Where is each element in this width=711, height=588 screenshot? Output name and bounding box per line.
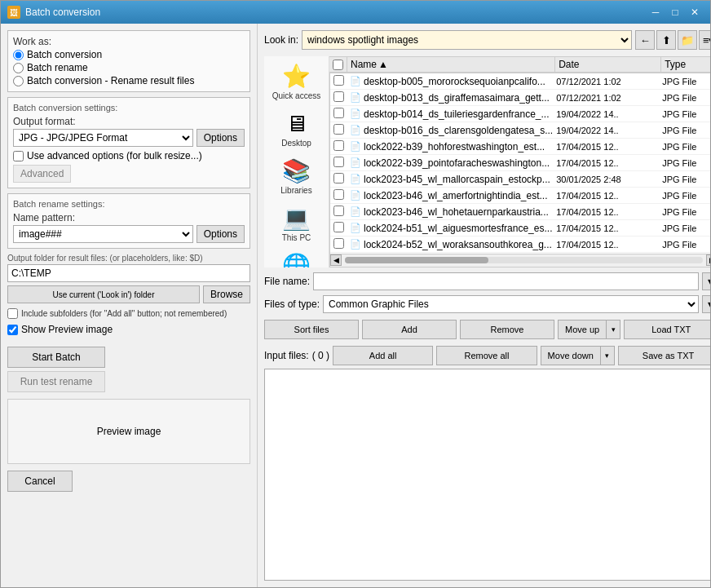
file-checkbox[interactable]: [333, 124, 344, 135]
work-as-label: Work as:: [13, 36, 245, 47]
move-up-arrow-button[interactable]: ▾: [606, 320, 620, 339]
toolbar-icons: ← ⬆ 📁 ≡▾: [635, 30, 710, 50]
select-all-checkbox[interactable]: [333, 60, 343, 70]
file-type: JPG File: [660, 126, 710, 135]
file-checkbox[interactable]: [333, 238, 344, 249]
file-date: 17/04/2015 12..: [554, 191, 660, 201]
table-row[interactable]: 📄 desktop-b016_ds_clarensgoldengatesa_s.…: [330, 122, 710, 139]
title-bar: 🖼 Batch conversion ─ □ ✕: [1, 1, 710, 24]
scroll-right-arrow[interactable]: ▶: [706, 254, 710, 266]
nav-this-pc[interactable]: 💻 This PC: [268, 201, 325, 245]
include-subfolders-label: Include subfolders (for "Add all" button…: [21, 309, 227, 318]
radio-batch-rename-label: Batch rename: [27, 62, 88, 73]
start-batch-button[interactable]: Start Batch: [7, 347, 105, 368]
nav-libraries[interactable]: 📚 Libraries: [268, 154, 325, 198]
nav-desktop[interactable]: 🖥 Desktop: [268, 107, 325, 151]
file-checkbox[interactable]: [333, 222, 344, 232]
file-checkbox[interactable]: [333, 75, 344, 86]
action-buttons-row-2: Input files: ( 0 ) Add all Remove all Mo…: [264, 346, 710, 365]
file-checkbox[interactable]: [333, 108, 344, 118]
include-subfolders-checkbox[interactable]: [7, 308, 18, 319]
advanced-button[interactable]: Advanced: [13, 165, 71, 183]
file-name: lock2023-b45_wl_mallorcaspain_estockp...: [364, 174, 550, 185]
show-preview-checkbox[interactable]: [7, 325, 18, 335]
radio-batch-rename[interactable]: Batch rename: [13, 62, 245, 73]
nav-quick-access[interactable]: ⭐ Quick access: [268, 60, 325, 104]
look-in-select[interactable]: windows spotlight images: [302, 30, 632, 50]
use-current-folder-button[interactable]: Use current ('Look in') folder: [7, 285, 200, 303]
add-button[interactable]: Add: [362, 320, 457, 339]
radio-batch-conversion-rename-input[interactable]: [13, 76, 24, 86]
table-row[interactable]: 📄 lock2024-b51_wl_aiguesmortesfrance_es.…: [330, 220, 710, 237]
name-pattern-select[interactable]: image###: [13, 225, 193, 243]
scrollbar-thumb[interactable]: [345, 257, 488, 263]
add-all-button[interactable]: Add all: [333, 346, 433, 365]
input-files-count: ( 0 ): [312, 350, 329, 361]
table-row[interactable]: 📄 desktop-b013_ds_giraffemasaimara_gett.…: [330, 90, 710, 106]
show-preview-row: Show Preview image: [7, 324, 250, 335]
input-files-label: Input files:: [264, 350, 309, 361]
run-test-rename-button[interactable]: Run test rename: [7, 371, 105, 392]
table-row[interactable]: 📄 lock2023-b46_wl_amerfortnightindia_est…: [330, 188, 710, 204]
look-in-row: Look in: windows spotlight images ← ⬆ 📁 …: [264, 30, 710, 50]
remove-all-button[interactable]: Remove all: [436, 346, 537, 365]
table-row[interactable]: 📄 desktop-b005_mororocksequoianpcalifo..…: [330, 73, 710, 90]
header-type-col[interactable]: Type: [661, 57, 710, 72]
radio-group: Batch conversion Batch rename Batch conv…: [13, 49, 245, 86]
scrollbar-track[interactable]: [345, 257, 703, 263]
files-of-type-select[interactable]: Common Graphic Files: [323, 295, 699, 313]
horizontal-scrollbar[interactable]: ◀ ▶: [329, 254, 710, 267]
cancel-button[interactable]: Cancel: [7, 471, 73, 492]
files-type-dropdown-button[interactable]: ▾: [702, 295, 710, 313]
use-advanced-checkbox[interactable]: [13, 151, 24, 161]
file-checkbox[interactable]: [333, 206, 344, 216]
include-subfolders-row: Include subfolders (for "Add all" button…: [7, 308, 250, 319]
file-name-dropdown-button[interactable]: ▾: [702, 272, 710, 290]
create-folder-button[interactable]: 📁: [678, 30, 697, 50]
go-up-button[interactable]: ⬆: [656, 30, 676, 50]
work-as-section: Work as: Batch conversion Batch rename B…: [7, 30, 250, 92]
file-checkbox[interactable]: [333, 173, 344, 183]
save-as-txt-button[interactable]: Save as TXT: [618, 346, 710, 365]
move-down-button[interactable]: Move down: [541, 346, 600, 365]
minimize-button[interactable]: ─: [647, 5, 665, 20]
move-up-button[interactable]: Move up: [558, 320, 606, 339]
options-button[interactable]: Options: [197, 129, 245, 147]
table-row[interactable]: 📄 lock2023-b46_wl_hohetauernparkaustria.…: [330, 204, 710, 220]
file-checkbox[interactable]: [333, 140, 344, 151]
title-bar-left: 🖼 Batch conversion: [7, 6, 100, 19]
file-name-input[interactable]: [313, 272, 699, 290]
output-format-select[interactable]: JPG - JPG/JPEG Format: [13, 129, 193, 147]
radio-batch-conversion[interactable]: Batch conversion: [13, 49, 245, 60]
header-name-col[interactable]: Name ▲: [347, 57, 555, 72]
radio-batch-rename-input[interactable]: [13, 63, 24, 73]
output-folder-input[interactable]: [11, 267, 246, 279]
go-back-button[interactable]: ←: [635, 30, 655, 50]
table-row[interactable]: 📄 lock2022-b39_pointofaracheswashington.…: [330, 155, 710, 171]
libraries-icon: 📚: [282, 157, 311, 184]
close-button[interactable]: ✕: [686, 5, 704, 20]
nav-network[interactable]: 🌐 Network: [268, 249, 325, 267]
maximize-button[interactable]: □: [666, 5, 684, 20]
file-date: 07/12/2021 1:02: [554, 93, 660, 103]
options2-button[interactable]: Options: [197, 225, 245, 243]
browse-button[interactable]: Browse: [203, 285, 250, 303]
table-row[interactable]: 📄 lock2024-b52_wl_woraksansouthkorea_g..…: [330, 237, 710, 253]
remove-button[interactable]: Remove: [460, 320, 554, 339]
table-row[interactable]: 📄 desktop-b014_ds_tuileriesgardenfrance_…: [330, 106, 710, 122]
scroll-left-arrow[interactable]: ◀: [330, 254, 342, 266]
header-date-col[interactable]: Date: [555, 57, 661, 72]
file-checkbox[interactable]: [333, 189, 344, 200]
move-down-arrow-button[interactable]: ▾: [600, 346, 615, 365]
radio-batch-conversion-input[interactable]: [13, 50, 24, 60]
radio-batch-conversion-rename[interactable]: Batch conversion - Rename result files: [13, 75, 245, 86]
load-txt-button[interactable]: Load TXT: [624, 320, 710, 339]
file-icon: 📄: [350, 141, 361, 152]
view-options-button[interactable]: ≡▾: [699, 30, 710, 50]
table-row[interactable]: 📄 lock2023-b45_wl_mallorcaspain_estockp.…: [330, 171, 710, 188]
table-row[interactable]: 📄 lock2022-b39_hohforestwashington_est..…: [330, 139, 710, 155]
file-checkbox[interactable]: [333, 91, 344, 102]
output-folder-label: Output folder for result files: (or plac…: [7, 254, 250, 263]
file-checkbox[interactable]: [333, 157, 344, 167]
sort-files-button[interactable]: Sort files: [264, 320, 359, 339]
